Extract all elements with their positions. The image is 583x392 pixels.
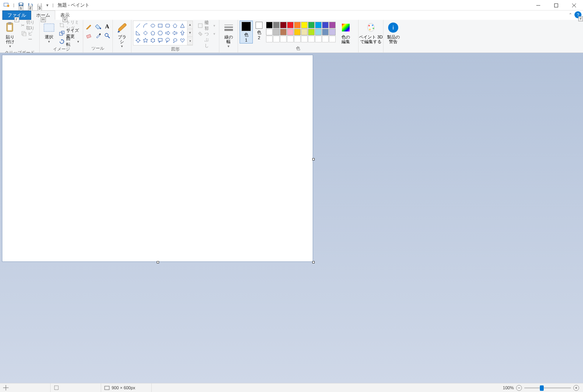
app-icon[interactable] bbox=[2, 1, 11, 9]
palette-color[interactable] bbox=[301, 22, 308, 28]
shape-arrow-right[interactable] bbox=[164, 30, 171, 37]
palette-color[interactable] bbox=[308, 22, 315, 28]
status-canvas-size: 900 × 600px bbox=[101, 383, 152, 392]
shape-diamond[interactable] bbox=[142, 30, 149, 37]
shapes-scroll[interactable]: ▲▼▾ bbox=[187, 21, 193, 45]
group-label: イメージ bbox=[41, 45, 81, 53]
tab-view[interactable]: 表示 V bbox=[55, 10, 75, 20]
palette-color[interactable] bbox=[273, 22, 280, 28]
select-button[interactable]: 選択 ▼ bbox=[41, 21, 57, 44]
minimize-button[interactable] bbox=[529, 0, 547, 10]
shape-arrow-up[interactable] bbox=[179, 30, 186, 37]
group-tools: A ツール bbox=[83, 20, 113, 52]
shape-polygon[interactable] bbox=[172, 22, 179, 29]
shape-hexagon[interactable] bbox=[157, 30, 164, 37]
palette-color[interactable] bbox=[294, 29, 301, 35]
palette-custom-slot[interactable] bbox=[315, 36, 322, 42]
shape-rect[interactable] bbox=[157, 22, 164, 29]
palette-custom-slot[interactable] bbox=[322, 36, 329, 42]
palette-color[interactable] bbox=[301, 29, 308, 35]
qat-customize-button[interactable]: ▾ bbox=[45, 1, 50, 9]
palette-color[interactable] bbox=[294, 22, 301, 28]
palette-custom-slot[interactable] bbox=[280, 36, 287, 42]
pencil-tool[interactable] bbox=[84, 22, 93, 31]
text-tool[interactable]: A bbox=[103, 22, 112, 31]
palette-custom-slot[interactable] bbox=[273, 36, 280, 42]
palette-color[interactable] bbox=[329, 22, 336, 28]
palette-color[interactable] bbox=[266, 29, 273, 35]
zoom-in-button[interactable]: + bbox=[573, 385, 579, 391]
shape-callout-cloud[interactable] bbox=[172, 37, 179, 44]
palette-color[interactable] bbox=[315, 22, 322, 28]
tab-home[interactable]: ホーム H bbox=[31, 10, 55, 20]
fill-tool[interactable] bbox=[94, 22, 102, 31]
canvas-workspace[interactable] bbox=[0, 53, 583, 383]
linewidth-label: 線の幅 bbox=[223, 35, 234, 44]
color1-button[interactable]: 色1 bbox=[240, 21, 253, 44]
palette-color[interactable] bbox=[280, 22, 287, 28]
resize-handle-bottom[interactable] bbox=[157, 261, 159, 263]
fill-button[interactable]: 塗りつぶし▼ bbox=[196, 30, 217, 38]
tab-file[interactable]: ファイル F bbox=[2, 10, 31, 20]
shape-curve[interactable] bbox=[142, 22, 149, 29]
rotate-button[interactable]: 回転▼ bbox=[58, 38, 81, 45]
palette-custom-slot[interactable] bbox=[301, 36, 308, 42]
palette-color[interactable] bbox=[329, 29, 336, 35]
palette-color[interactable] bbox=[266, 22, 273, 28]
shape-star4[interactable] bbox=[135, 37, 142, 44]
shape-arrow-left[interactable] bbox=[172, 30, 179, 37]
color2-button[interactable]: 色2 bbox=[254, 21, 264, 41]
canvas-size-icon bbox=[104, 385, 110, 390]
shape-callout-round[interactable] bbox=[164, 37, 171, 44]
shape-star5[interactable] bbox=[142, 37, 149, 44]
shape-pentagon[interactable] bbox=[149, 30, 156, 37]
qat-save-button[interactable]: 1 bbox=[17, 1, 25, 9]
shape-callout-rect[interactable] bbox=[157, 37, 164, 44]
zoom-slider[interactable] bbox=[524, 387, 571, 389]
maximize-button[interactable] bbox=[547, 0, 565, 10]
palette-color[interactable] bbox=[322, 22, 329, 28]
palette-custom-slot[interactable] bbox=[294, 36, 301, 42]
color-picker-tool[interactable] bbox=[94, 31, 102, 40]
palette-color[interactable] bbox=[308, 29, 315, 35]
magnifier-tool[interactable] bbox=[103, 31, 112, 40]
resize-handle-corner[interactable] bbox=[312, 261, 315, 263]
copy-button[interactable]: コピー bbox=[19, 30, 38, 37]
product-alert-button[interactable]: i 製品の 警告 bbox=[385, 21, 401, 45]
shape-round-rect[interactable] bbox=[164, 22, 171, 29]
qat-undo-button[interactable]: 2 bbox=[26, 1, 35, 9]
palette-color[interactable] bbox=[287, 29, 294, 35]
palette-color[interactable] bbox=[315, 29, 322, 35]
palette-color[interactable] bbox=[273, 29, 280, 35]
status-selection-size bbox=[51, 383, 101, 392]
palette-custom-slot[interactable] bbox=[329, 36, 336, 42]
resize-handle-right[interactable] bbox=[312, 158, 315, 160]
eraser-tool[interactable] bbox=[84, 31, 93, 40]
shape-star6[interactable] bbox=[149, 37, 156, 44]
edit-colors-button[interactable]: 色の 編集 bbox=[337, 21, 354, 45]
brush-button[interactable]: ブラシ ▼ bbox=[114, 21, 130, 49]
shape-right-triangle[interactable] bbox=[135, 30, 142, 37]
shape-heart[interactable] bbox=[179, 37, 186, 44]
shape-triangle[interactable] bbox=[179, 22, 186, 29]
linewidth-button[interactable]: 線の幅 ▼ bbox=[221, 21, 236, 49]
help-button[interactable]: ? Y bbox=[574, 11, 581, 18]
palette-custom-slot[interactable] bbox=[266, 36, 273, 42]
palette-custom-slot[interactable] bbox=[287, 36, 294, 42]
close-button[interactable] bbox=[565, 0, 583, 10]
paint3d-button[interactable]: ペイント 3D で編集する bbox=[360, 21, 382, 45]
qat-redo-button[interactable]: 3 bbox=[35, 1, 44, 9]
paste-button[interactable]: 貼り付け ▼ bbox=[2, 21, 19, 49]
shape-oval[interactable] bbox=[149, 22, 156, 29]
shape-line[interactable] bbox=[135, 22, 142, 29]
zoom-slider-thumb[interactable] bbox=[540, 385, 544, 391]
zoom-out-button[interactable]: − bbox=[516, 385, 522, 391]
palette-custom-slot[interactable] bbox=[308, 36, 315, 42]
drawing-canvas[interactable] bbox=[2, 55, 313, 262]
shapes-gallery[interactable] bbox=[133, 21, 187, 45]
palette-color[interactable] bbox=[322, 29, 329, 35]
palette-color[interactable] bbox=[280, 29, 287, 35]
ribbon: 貼り付け ▼ ✂切り取り コピー クリップボード 選択 ▼ トリミング サイズ変… bbox=[0, 20, 583, 53]
collapse-ribbon-button[interactable]: ⌃ bbox=[569, 12, 572, 17]
palette-color[interactable] bbox=[287, 22, 294, 28]
